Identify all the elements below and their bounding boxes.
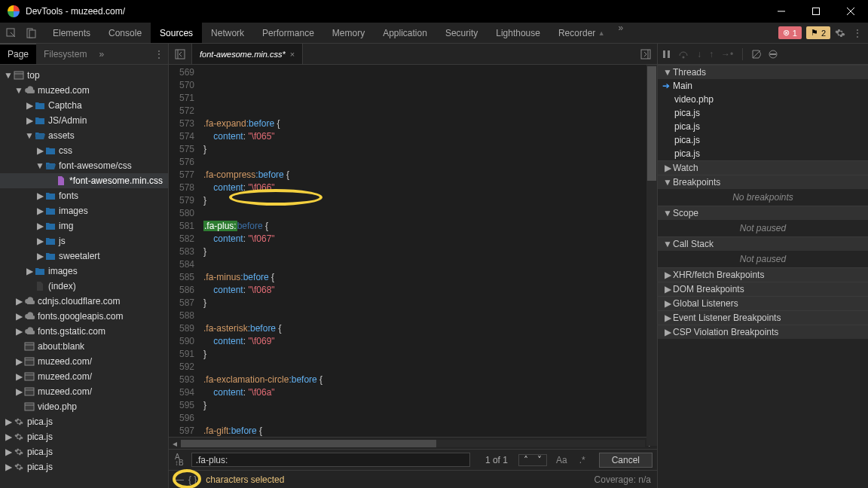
tab-application[interactable]: Application [374,23,436,43]
tree-node[interactable]: ▶cdnjs.cloudflare.com [0,294,168,309]
device-icon[interactable] [23,26,39,41]
thread-row[interactable]: ➔Main [658,79,868,93]
disclosure-icon[interactable]: ▶ [14,356,24,367]
disclosure-icon[interactable]: ▶ [35,206,45,216]
tab-elements[interactable]: Elements [44,23,99,43]
pretty-print-button[interactable]: { } [188,474,197,485]
sidebar-tabs-overflow-icon[interactable]: » [99,49,104,59]
find-sort-icon[interactable]: A↕B [173,454,185,466]
tree-node[interactable]: ▶pica.js [0,459,168,474]
tree-node[interactable]: ▶Captcha [0,98,168,113]
tree-node[interactable]: ▼font-awesome/css [0,158,168,173]
section-global[interactable]: ▶Global Listeners [658,296,868,310]
disclosure-icon[interactable]: ▶ [3,447,14,457]
tab-memory[interactable]: Memory [323,23,374,43]
thread-row[interactable]: pica.js [658,120,868,133]
section-breakpoints[interactable]: ▼Breakpoints [658,175,868,189]
disclosure-icon[interactable]: ▶ [14,371,24,382]
find-next-icon[interactable]: ˅ [533,455,546,465]
tree-node[interactable]: ▶pica.js [0,429,168,444]
pause-icon[interactable] [662,50,671,59]
tab-console[interactable]: Console [99,23,151,43]
tree-node[interactable]: ▶pica.js [0,444,168,459]
disclosure-icon[interactable]: ▶ [35,251,45,261]
tree-node[interactable]: ▶images [0,264,168,279]
thread-row[interactable]: pica.js [658,106,868,120]
disclosure-icon[interactable]: ▶ [14,326,24,337]
tree-node[interactable]: ▼muzeed.com [0,83,168,98]
tab-security[interactable]: Security [436,23,487,43]
disclosure-icon[interactable]: ▶ [24,115,35,126]
thread-row[interactable]: pica.js [658,133,868,147]
section-dom[interactable]: ▶DOM Breakpoints [658,282,868,296]
section-callstack[interactable]: ▼Call Stack [658,236,868,251]
settings-icon[interactable] [835,28,845,38]
editor-vertical-scrollbar[interactable] [646,65,657,446]
disclosure-icon[interactable]: ▶ [35,191,45,201]
deactivate-breakpoints-icon[interactable] [752,50,761,59]
tree-node[interactable]: ▶sweetalert [0,249,168,264]
editor-tab-close-icon[interactable]: × [290,50,295,59]
disclosure-icon[interactable]: ▶ [35,221,45,231]
tree-node[interactable]: *font-awesome.min.css [0,173,168,188]
tree-node[interactable]: ▼top [0,68,168,83]
tree-node[interactable]: ▶images [0,203,168,218]
tree-node[interactable]: ▶muzeed.com/ [0,369,168,384]
minimize-button[interactable] [764,0,799,23]
disclosure-icon[interactable]: ▼ [35,160,45,171]
sidebar-tab-page[interactable]: Page [0,44,36,64]
disclosure-icon[interactable]: ▼ [14,85,24,96]
disclosure-icon[interactable]: ▶ [3,462,14,472]
maximize-button[interactable] [799,0,833,23]
tree-node[interactable]: ▶muzeed.com/ [0,354,168,369]
disclosure-icon[interactable]: ▼ [24,130,35,141]
pause-on-exceptions-icon[interactable] [769,50,778,59]
step-into-icon[interactable]: ↓ [697,49,701,59]
section-watch[interactable]: ▶Watch [658,160,868,175]
disclosure-icon[interactable]: ▼ [3,70,14,81]
code-editor[interactable]: 5695705715725735745755765775785795805815… [169,65,657,437]
tree-node[interactable]: ▶fonts.gstatic.com [0,324,168,339]
toggle-debugger-icon[interactable] [634,49,657,59]
find-case-icon[interactable]: Aa [553,455,570,465]
tree-node[interactable]: ▶img [0,218,168,233]
disclosure-icon[interactable]: ▶ [3,432,14,442]
vscroll-thumb[interactable] [647,66,656,181]
file-tree[interactable]: ▼top▼muzeed.com▶Captcha▶JS/Admin▼assets▶… [0,65,168,488]
tree-node[interactable]: ▶muzeed.com/ [0,384,168,399]
section-scope[interactable]: ▼Scope [658,206,868,220]
disclosure-icon[interactable]: ▶ [35,145,45,156]
tab-sources[interactable]: Sources [151,23,202,43]
tabs-overflow-icon[interactable]: » [614,23,628,43]
tab-network[interactable]: Network [202,23,253,43]
disclosure-icon[interactable]: ▶ [24,266,35,276]
section-evt[interactable]: ▶Event Listener Breakpoints [658,310,868,325]
error-badge[interactable]: ⊗1 [778,26,802,39]
sidebar-tab-filesystem[interactable]: Filesystem [36,44,94,64]
tree-node[interactable]: ▶css [0,143,168,158]
editor-horizontal-scrollbar[interactable]: ◂ ▸ [169,437,657,449]
tree-node[interactable]: ▶pica.js [0,414,168,429]
section-xhr[interactable]: ▶XHR/fetch Breakpoints [658,267,868,282]
thread-row[interactable]: pica.js [658,147,868,160]
inspect-icon[interactable] [3,26,20,41]
step-icon[interactable]: →• [721,49,733,59]
disclosure-icon[interactable]: ▶ [35,236,45,246]
tree-node[interactable]: video.php [0,399,168,414]
tree-node[interactable]: ▶JS/Admin [0,113,168,128]
tree-node[interactable]: ▼assets [0,128,168,143]
hscroll-left-icon[interactable]: ◂ [169,438,181,449]
close-button[interactable] [833,0,868,23]
tree-node[interactable]: ▶fonts [0,188,168,203]
more-icon[interactable]: ⋮ [850,28,865,38]
find-input[interactable] [191,453,470,467]
disclosure-icon[interactable]: ▶ [24,100,35,111]
step-out-icon[interactable]: ↑ [709,49,714,59]
code-content[interactable]: .fa-expand:before { content: "\f065"} .f… [199,65,657,437]
find-regex-icon[interactable]: .* [576,455,588,465]
tab-lighthouse[interactable]: Lighthouse [487,23,549,43]
disclosure-icon[interactable]: ▶ [14,296,24,307]
editor-tab-file[interactable]: font-awesome.min.css* × [192,44,303,64]
disclosure-icon[interactable]: ▶ [14,386,24,397]
tree-node[interactable]: ▶fonts.googleapis.com [0,309,168,324]
